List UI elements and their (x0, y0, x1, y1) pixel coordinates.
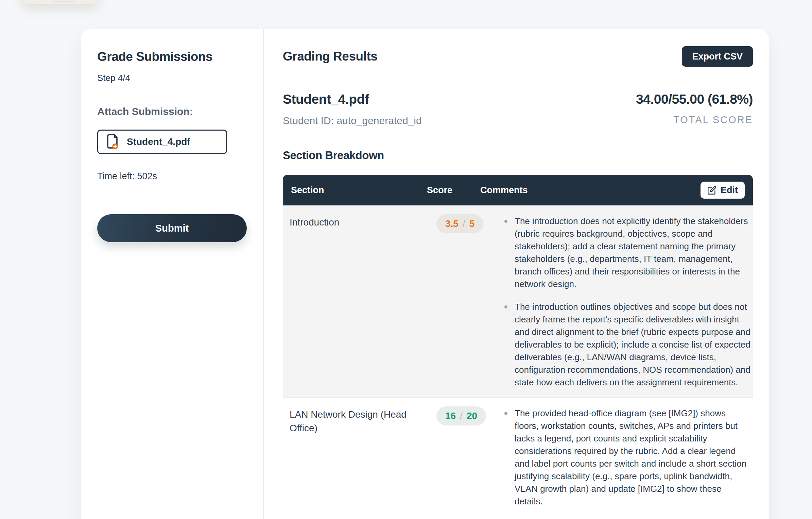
main-header: Grading Results Export CSV (283, 46, 753, 67)
offscreen-artifact (21, 0, 100, 4)
dotted-decoration (54, 1, 74, 2)
score-divider: / (460, 411, 463, 421)
score-divider: / (463, 218, 465, 229)
column-header-comments: Comments (480, 185, 701, 196)
score-badge: 16 / 20 (436, 406, 486, 425)
total-score-value: 34.00/55.00 (61.8%) (636, 92, 753, 107)
file-upload-icon (106, 134, 120, 150)
score-cell: 3.5 / 5 (426, 214, 504, 389)
section-name: LAN Network Design (Head Office) (283, 406, 426, 508)
section-breakdown-title: Section Breakdown (283, 149, 753, 162)
edit-pencil-icon (707, 186, 716, 195)
export-csv-button[interactable]: Export CSV (682, 46, 753, 67)
submit-button[interactable]: Submit (97, 214, 247, 242)
student-id-line: Student ID: auto_generated_id (283, 115, 422, 127)
time-left-label: Time left: 502s (97, 171, 247, 182)
page-background: Grade Submissions Step 4/4 Attach Submis… (0, 0, 812, 519)
score-max: 20 (467, 411, 477, 421)
student-summary: Student_4.pdf Student ID: auto_generated… (283, 92, 753, 127)
main-panel: Grading Results Export CSV Student_4.pdf… (264, 29, 769, 519)
comment-item: The provided head-office diagram (see [I… (504, 407, 751, 508)
comment-item: The introduction does not explicitly ide… (504, 215, 751, 290)
score-max: 5 (469, 218, 475, 229)
attached-file-chip[interactable]: Student_4.pdf (97, 130, 227, 154)
column-header-score: Score (427, 185, 480, 196)
table-row: Introduction 3.5 / 5 The introduction do… (283, 205, 753, 398)
edit-button[interactable]: Edit (701, 182, 745, 199)
sidebar-title: Grade Submissions (97, 50, 247, 64)
edit-button-label: Edit (721, 185, 738, 196)
section-name: Introduction (283, 214, 426, 389)
student-file-title: Student_4.pdf (283, 92, 422, 107)
comments-cell: The provided head-office diagram (see [I… (504, 406, 753, 508)
score-value: 3.5 (445, 218, 459, 229)
attached-file-name: Student_4.pdf (127, 136, 190, 147)
section-breakdown-table: Section Score Comments Edit Introduction (283, 175, 753, 516)
table-row: LAN Network Design (Head Office) 16 / 20… (283, 398, 753, 516)
score-cell: 16 / 20 (426, 406, 504, 508)
step-indicator: Step 4/4 (97, 73, 247, 83)
total-score-block: 34.00/55.00 (61.8%) TOTAL SCORE (636, 92, 753, 125)
total-score-label: TOTAL SCORE (636, 114, 753, 125)
score-value: 16 (445, 411, 456, 421)
grading-card: Grade Submissions Step 4/4 Attach Submis… (81, 29, 769, 519)
page-title: Grading Results (283, 49, 377, 64)
score-badge: 3.5 / 5 (436, 214, 483, 233)
comments-cell: The introduction does not explicitly ide… (504, 214, 753, 389)
column-header-section: Section (291, 185, 427, 196)
attach-submission-label: Attach Submission: (97, 106, 247, 117)
comment-item: The introduction outlines objectives and… (504, 301, 751, 389)
student-info: Student_4.pdf Student ID: auto_generated… (283, 92, 422, 127)
sidebar: Grade Submissions Step 4/4 Attach Submis… (81, 29, 264, 519)
table-header: Section Score Comments Edit (283, 175, 753, 205)
